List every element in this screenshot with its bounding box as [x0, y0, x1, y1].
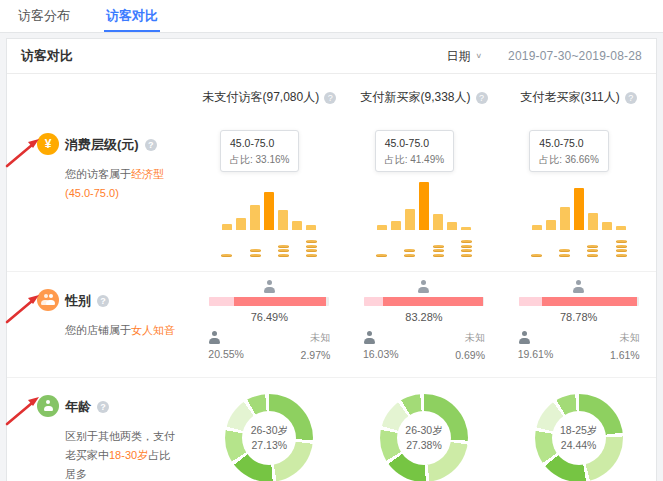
unknown-label: 未知: [310, 331, 330, 345]
row-title: 消费层级(元): [65, 134, 139, 156]
tooltip-range: 45.0-75.0: [230, 136, 289, 152]
donut-top-category: 18-25岁: [560, 424, 597, 438]
male-percentage: 19.61%: [518, 348, 554, 360]
female-percentage: 83.28%: [361, 311, 487, 323]
row-description: 区别于其他两类，支付老买家中18-30岁占比居多: [65, 427, 181, 481]
person-icon: [37, 395, 59, 417]
age-chart-old-buyers: 18-25岁 24.44%: [501, 378, 656, 481]
description-highlight: 女人知音: [131, 324, 175, 336]
tooltip-ratio: 占比: 41.49%: [385, 152, 444, 167]
gender-stacked-bar: [209, 297, 329, 306]
bar-tooltip: 45.0-75.0 占比: 36.66%: [529, 130, 608, 172]
female-icon: [572, 280, 585, 293]
bar-tooltip: 45.0-75.0 占比: 41.49%: [375, 130, 454, 172]
male-percentage: 16.03%: [363, 348, 399, 360]
gender-chart-old-buyers: 78.78% 19.61% 未知 1.61%: [501, 272, 656, 377]
bar-tooltip: 45.0-75.0 占比: 33.16%: [220, 130, 299, 172]
age-donut-chart: 18-25岁 24.44%: [535, 394, 623, 481]
gender-stacked-bar: [364, 297, 484, 306]
gender-chart-new-buyers: 83.28% 16.03% 未知 0.69%: [347, 272, 502, 377]
row-gender: 性别 ? 您的店铺属于女人知音 76.49% 20.55% 未知: [7, 271, 656, 377]
male-icon: [518, 331, 531, 344]
donut-top-value: 27.38%: [406, 439, 442, 451]
column-header-new-buyers: 支付新买家(9,338人) ?: [347, 89, 502, 106]
male-percentage: 20.55%: [208, 348, 244, 360]
row-title: 性别: [65, 290, 91, 312]
coin-axis: [376, 237, 472, 257]
donut-top-value: 24.44%: [561, 439, 597, 451]
age-donut-chart: 26-30岁 27.13%: [225, 394, 313, 481]
coin-axis: [221, 237, 317, 257]
date-range[interactable]: 2019-07-30~2019-08-28: [508, 49, 642, 63]
date-dropdown-label: 日期: [446, 48, 470, 65]
help-icon[interactable]: ?: [97, 295, 109, 307]
help-icon[interactable]: ?: [97, 401, 109, 413]
tab-visitor-distribution[interactable]: 访客分布: [18, 0, 70, 32]
tooltip-range: 45.0-75.0: [539, 136, 598, 152]
visitor-compare-panel: 访客对比 日期 ∨ 2019-07-30~2019-08-28 未支付访客(97…: [6, 38, 657, 481]
help-icon[interactable]: ?: [324, 92, 336, 104]
tab-visitor-compare[interactable]: 访客对比: [106, 0, 158, 32]
date-dropdown[interactable]: 日期 ∨: [446, 48, 482, 65]
help-icon[interactable]: ?: [476, 92, 488, 104]
tooltip-ratio: 占比: 36.66%: [539, 152, 598, 167]
column-header-label: 支付新买家(9,338人): [360, 89, 470, 106]
donut-top-category: 26-30岁: [251, 424, 288, 438]
consumption-bar-chart: [222, 180, 316, 230]
panel-header: 访客对比 日期 ∨ 2019-07-30~2019-08-28: [7, 39, 656, 74]
column-header-label: 未支付访客(97,080人): [202, 89, 319, 106]
consumption-bar-chart: [532, 180, 626, 230]
age-chart-unpaid: 26-30岁 27.13%: [192, 378, 347, 481]
yen-coin-icon: ¥: [37, 133, 59, 155]
column-headers: 未支付访客(97,080人) ? 支付新买家(9,338人) ? 支付老买家(3…: [7, 74, 656, 116]
description-highlight: 18-30岁: [109, 449, 148, 461]
female-percentage: 76.49%: [206, 311, 332, 323]
column-header-unpaid-visitors: 未支付访客(97,080人) ?: [192, 89, 347, 106]
row-description: 您的访客属于经济型(45.0-75.0): [65, 165, 181, 204]
column-header-label: 支付老买家(311人): [521, 89, 620, 106]
tab-bar: 访客分布 访客对比: [0, 0, 663, 33]
unknown-percentage: 1.61%: [610, 349, 640, 361]
female-icon: [263, 280, 276, 293]
male-icon: [208, 331, 221, 344]
consumption-chart-new-buyers: 45.0-75.0 占比: 41.49%: [347, 116, 502, 271]
row-consumption-level: ¥ 消费层级(元) ? 您的访客属于经济型(45.0-75.0) 45.0-75…: [7, 116, 656, 271]
age-donut-chart: 26-30岁 27.38%: [380, 394, 468, 481]
gender-chart-unpaid: 76.49% 20.55% 未知 2.97%: [192, 272, 347, 377]
unknown-label: 未知: [465, 331, 485, 345]
gender-stacked-bar: [519, 297, 639, 306]
unknown-percentage: 2.97%: [301, 349, 331, 361]
help-icon[interactable]: ?: [625, 92, 637, 104]
tooltip-ratio: 占比: 33.16%: [230, 152, 289, 167]
consumption-chart-unpaid: 45.0-75.0 占比: 33.16%: [192, 116, 347, 271]
consumption-bar-chart: [377, 180, 471, 230]
row-description: 您的店铺属于女人知音: [65, 321, 181, 340]
people-icon: [37, 289, 59, 311]
coin-axis: [531, 237, 627, 257]
panel-title: 访客对比: [21, 47, 73, 65]
unknown-label: 未知: [620, 331, 640, 345]
unknown-percentage: 0.69%: [455, 349, 485, 361]
donut-top-value: 27.13%: [252, 439, 288, 451]
tooltip-range: 45.0-75.0: [385, 136, 444, 152]
female-icon: [417, 280, 430, 293]
row-title: 年龄: [65, 396, 91, 418]
help-icon[interactable]: ?: [145, 139, 157, 151]
column-header-old-buyers: 支付老买家(311人) ?: [501, 89, 656, 106]
consumption-chart-old-buyers: 45.0-75.0 占比: 36.66%: [501, 116, 656, 271]
row-age: 年龄 ? 区别于其他两类，支付老买家中18-30岁占比居多 26-30岁 27.…: [7, 377, 656, 481]
age-chart-new-buyers: 26-30岁 27.38%: [347, 378, 502, 481]
male-icon: [363, 331, 376, 344]
female-percentage: 78.78%: [516, 311, 642, 323]
chevron-down-icon: ∨: [475, 52, 482, 60]
donut-top-category: 26-30岁: [405, 424, 442, 438]
